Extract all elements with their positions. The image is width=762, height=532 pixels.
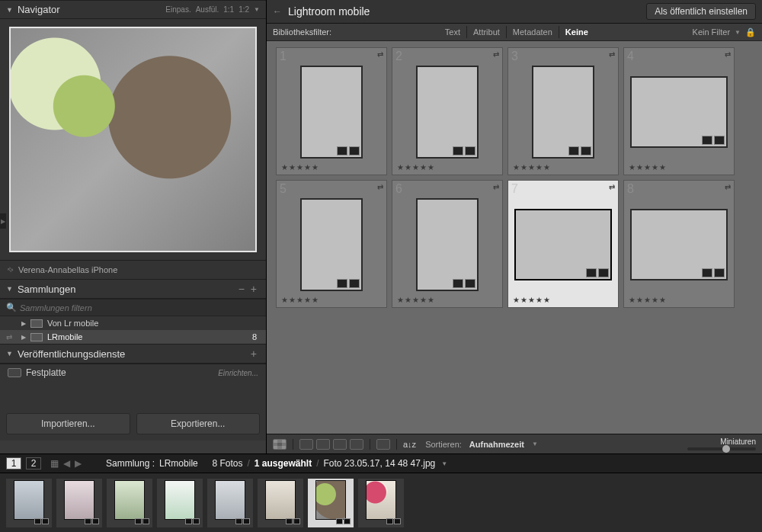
import-button[interactable]: Importieren... bbox=[6, 413, 130, 434]
collection-item[interactable]: ▶ Von Lr mobile bbox=[0, 316, 266, 330]
thumbnail-image[interactable] bbox=[630, 76, 728, 148]
sync-icon: ⇄ bbox=[609, 50, 615, 59]
disclosure-triangle-icon[interactable]: ▼ bbox=[6, 6, 13, 14]
collections-add-button[interactable]: + bbox=[248, 283, 260, 295]
survey-icon[interactable] bbox=[333, 439, 347, 450]
sort-direction-icon[interactable] bbox=[299, 439, 313, 450]
filter-tab-metadata[interactable]: Metadaten bbox=[506, 26, 559, 38]
thumbnail-badges bbox=[337, 279, 360, 288]
filmstrip-badges bbox=[34, 518, 49, 524]
filmstrip-image bbox=[64, 480, 94, 520]
zoom-dropdown-icon[interactable]: ▼ bbox=[254, 6, 260, 13]
chevron-down-icon[interactable]: ▼ bbox=[735, 29, 741, 36]
thumbnail-grid-area[interactable]: 1⇄★★★★★2⇄★★★★★3⇄★★★★★4⇄★★★★★5⇄★★★★★6⇄★★★… bbox=[267, 41, 762, 434]
filmstrip-thumb[interactable] bbox=[157, 479, 203, 527]
grid-icon[interactable]: ▦ bbox=[50, 458, 59, 469]
caret-right-icon[interactable]: ▶ bbox=[21, 320, 30, 327]
thumbnail-badges bbox=[568, 146, 591, 155]
publish-header[interactable]: ▼ Veröffentlichungsdienste + bbox=[0, 344, 266, 364]
back-arrow-icon[interactable]: ← bbox=[273, 6, 282, 17]
thumbnail-image[interactable] bbox=[532, 66, 594, 159]
export-button[interactable]: Exportieren... bbox=[136, 413, 261, 434]
lock-icon[interactable]: 🔒 bbox=[745, 27, 756, 37]
device-row[interactable]: ⇄ Verena-Annabellas iPhone bbox=[0, 260, 266, 279]
sort-label: Sortieren: bbox=[425, 440, 462, 449]
rating-stars[interactable]: ★★★★★ bbox=[511, 294, 615, 304]
collections-header[interactable]: ▼ Sammlungen − + bbox=[0, 279, 266, 299]
thumbnail-image[interactable] bbox=[630, 209, 728, 280]
compare-xy-icon[interactable] bbox=[316, 439, 330, 450]
filter-tab-attribute[interactable]: Attribut bbox=[466, 26, 506, 38]
left-panel: ▼ Navigator Einpas. Ausfül. 1:1 1:2 ▼ ⇄ … bbox=[0, 0, 267, 453]
caret-right-icon[interactable]: ▶ bbox=[21, 334, 30, 341]
monitor-2-button[interactable]: 2 bbox=[26, 457, 41, 470]
filmstrip-thumb[interactable] bbox=[56, 479, 102, 527]
grid-toolbar: a↓z Sortieren: Aufnahmezeit ▼ Miniaturen bbox=[267, 434, 762, 453]
make-public-button[interactable]: Als öffentlich einstellen bbox=[646, 3, 756, 20]
monitor-1-button[interactable]: 1 bbox=[6, 457, 21, 470]
disclosure-triangle-icon[interactable]: ▼ bbox=[6, 350, 13, 357]
thumbnail-cell[interactable]: 5⇄★★★★★ bbox=[276, 180, 387, 308]
rating-stars[interactable]: ★★★★★ bbox=[627, 294, 731, 304]
filmstrip-image bbox=[265, 480, 296, 520]
thumbnail-cell[interactable]: 2⇄★★★★★ bbox=[392, 47, 503, 175]
collections-filter: 🔍 bbox=[0, 299, 266, 316]
thumbnail-image[interactable] bbox=[300, 198, 363, 291]
thumbnail-cell[interactable]: 1⇄★★★★★ bbox=[276, 47, 387, 175]
painter-icon[interactable] bbox=[376, 439, 390, 450]
collection-item[interactable]: ⇄ ▶ LRmobile 8 bbox=[0, 330, 266, 344]
publish-service-row[interactable]: Festplatte Einrichten... bbox=[0, 364, 266, 381]
chevron-down-icon[interactable]: ▼ bbox=[441, 460, 447, 467]
publish-add-button[interactable]: + bbox=[248, 348, 260, 360]
navigator-preview[interactable] bbox=[0, 19, 266, 260]
thumbnail-image[interactable] bbox=[416, 66, 479, 159]
next-arrow-icon[interactable]: ▶ bbox=[75, 458, 82, 469]
sync-icon: ⇄ bbox=[493, 183, 499, 191]
filter-tab-none[interactable]: Keine bbox=[559, 26, 594, 38]
rating-stars[interactable]: ★★★★★ bbox=[511, 162, 615, 171]
zoom-fit[interactable]: Einpas. bbox=[165, 5, 190, 14]
thumbnail-cell[interactable]: 7⇄★★★★★ bbox=[507, 180, 619, 308]
zoom-1-1[interactable]: 1:1 bbox=[223, 5, 234, 14]
thumbnail-cell[interactable]: 8⇄★★★★★ bbox=[623, 180, 735, 308]
filter-tab-text[interactable]: Text bbox=[439, 26, 466, 38]
publish-setup-link[interactable]: Einrichten... bbox=[218, 369, 258, 377]
filmstrip-thumb[interactable] bbox=[207, 479, 253, 527]
thumbnail-cell[interactable]: 6⇄★★★★★ bbox=[392, 180, 503, 308]
thumbnail-size-control: Miniaturen bbox=[687, 437, 756, 450]
chevron-down-icon[interactable]: ▼ bbox=[532, 441, 538, 447]
prev-arrow-icon[interactable]: ◀ bbox=[63, 458, 70, 469]
filmstrip-thumb[interactable] bbox=[107, 479, 152, 527]
rating-stars[interactable]: ★★★★★ bbox=[395, 162, 499, 171]
sort-az-icon[interactable]: a↓z bbox=[403, 440, 416, 449]
filmstrip-thumb[interactable] bbox=[258, 479, 303, 527]
cell-index: 8 bbox=[627, 182, 634, 196]
thumbnail-size-slider[interactable] bbox=[687, 447, 756, 450]
left-edge-expand-icon[interactable]: ▶ bbox=[0, 213, 6, 229]
rating-stars[interactable]: ★★★★★ bbox=[280, 162, 383, 171]
collections-filter-input[interactable] bbox=[20, 303, 260, 312]
zoom-1-2[interactable]: 1:2 bbox=[239, 5, 249, 14]
grid-view-icon[interactable] bbox=[273, 439, 287, 450]
zoom-fill[interactable]: Ausfül. bbox=[196, 5, 219, 14]
filter-preset-dropdown[interactable]: Kein Filter bbox=[693, 27, 731, 37]
thumbnail-image[interactable] bbox=[514, 209, 612, 280]
thumbnail-image[interactable] bbox=[300, 66, 363, 159]
navigator-header[interactable]: ▼ Navigator Einpas. Ausfül. 1:1 1:2 ▼ bbox=[0, 0, 266, 19]
disclosure-triangle-icon[interactable]: ▼ bbox=[6, 285, 13, 293]
sort-value-dropdown[interactable]: Aufnahmezeit bbox=[469, 440, 524, 449]
rating-stars[interactable]: ★★★★★ bbox=[395, 294, 499, 304]
filmstrip-thumb[interactable] bbox=[6, 479, 52, 527]
filmstrip-thumb[interactable] bbox=[358, 479, 404, 527]
thumbnail-cell[interactable]: 4⇄★★★★★ bbox=[623, 47, 735, 175]
rating-stars[interactable]: ★★★★★ bbox=[627, 162, 731, 171]
sync-icon: ⇄ bbox=[725, 50, 731, 59]
filmstrip-thumb[interactable] bbox=[308, 479, 354, 527]
thumbnail-cell[interactable]: 3⇄★★★★★ bbox=[507, 47, 619, 175]
thumbnail-image[interactable] bbox=[416, 198, 479, 291]
collections-remove-button[interactable]: − bbox=[235, 283, 248, 295]
filmstrip[interactable] bbox=[0, 473, 762, 532]
people-icon[interactable] bbox=[350, 439, 363, 450]
breadcrumb-collection[interactable]: LRmobile bbox=[159, 458, 198, 469]
rating-stars[interactable]: ★★★★★ bbox=[280, 294, 383, 304]
